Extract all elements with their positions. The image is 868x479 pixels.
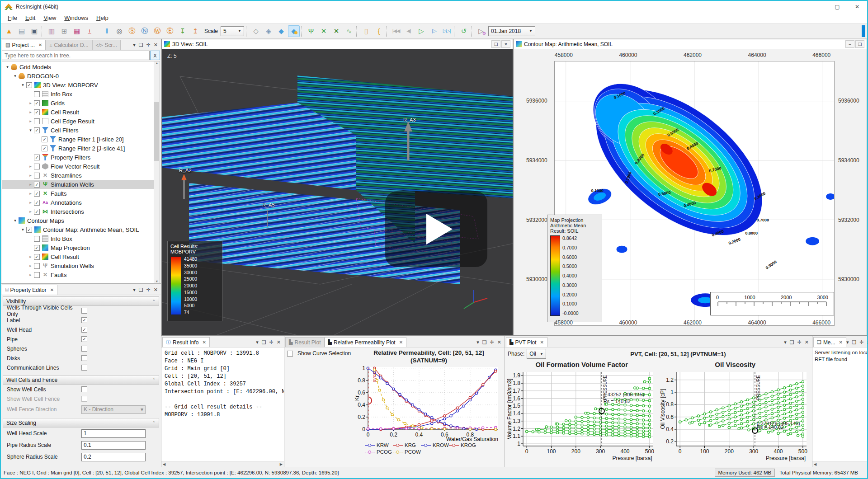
tab-relperm-plot[interactable]: ▙ Relative Permeability Plot ✕ bbox=[325, 337, 407, 347]
legend-entry-pcow[interactable]: PCOW bbox=[393, 449, 421, 455]
minimize-icon[interactable]: – bbox=[845, 40, 854, 48]
input-well-head-scale[interactable]: 1 bbox=[81, 429, 146, 438]
input-sphere-radius-scale[interactable]: 0.2 bbox=[81, 453, 146, 461]
tab-pvt-plot[interactable]: ▙ PVT Plot ✕ bbox=[506, 337, 547, 347]
legend-entry-krg[interactable]: KRG bbox=[393, 442, 421, 448]
anim-step-back-icon[interactable]: ◀| bbox=[403, 25, 415, 37]
checkbox[interactable] bbox=[34, 263, 40, 269]
checkbox[interactable] bbox=[34, 164, 40, 169]
tree-item-faults[interactable]: ▸✕Faults bbox=[2, 270, 154, 279]
checkbox[interactable] bbox=[34, 173, 40, 178]
tree-item-map-projection[interactable]: ✓Map Projection bbox=[2, 243, 154, 252]
menu-view[interactable]: View bbox=[39, 13, 60, 23]
close-button[interactable]: ✕ bbox=[847, 1, 867, 13]
float-window-icon[interactable]: ❑ bbox=[482, 339, 487, 345]
tree-item-contour-maps[interactable]: ▾Contour Maps bbox=[2, 216, 154, 225]
float-window-icon[interactable]: ❑ bbox=[790, 339, 794, 345]
checkbox[interactable] bbox=[81, 365, 87, 371]
expander-icon[interactable]: ▾ bbox=[12, 218, 19, 223]
close-icon[interactable]: ✕ bbox=[805, 339, 809, 345]
checkbox[interactable]: ✓ bbox=[26, 227, 32, 233]
expander-icon[interactable]: ▸ bbox=[27, 164, 34, 169]
float-window-icon[interactable]: ❑ bbox=[262, 339, 266, 345]
menu-edit[interactable]: Edit bbox=[21, 13, 39, 23]
checkbox[interactable] bbox=[81, 355, 87, 361]
maximize-button[interactable]: ▢ bbox=[827, 1, 847, 13]
tree-item-simulation-wells[interactable]: ▸ΨSimulation Wells bbox=[2, 261, 154, 270]
chevron-down-icon[interactable]: ▾ bbox=[133, 287, 136, 293]
tree-item-simulation-wells[interactable]: ▸✓ΨSimulation Wells bbox=[2, 180, 154, 189]
checkbox[interactable]: ✓ bbox=[81, 317, 87, 323]
expander-icon[interactable]: ▸ bbox=[27, 200, 34, 205]
menu-windows[interactable]: Windows bbox=[60, 13, 92, 23]
checkbox[interactable]: ✓ bbox=[42, 146, 47, 151]
tree-item-info-box[interactable]: Info Box bbox=[2, 89, 154, 99]
view3d-viewport[interactable]: Z: 5 Cell Results: MOBPORV 4148035000300… bbox=[162, 49, 513, 335]
tree-item-range-filter-2-j-slice-41[interactable]: ✓Range Filter 2 [J-slice 41] bbox=[2, 144, 154, 153]
tab-project-tree[interactable]: ▤Project ...✕ bbox=[2, 40, 46, 50]
checkbox[interactable]: ✓ bbox=[81, 327, 87, 333]
restore-icon[interactable]: ❑ bbox=[491, 40, 500, 48]
show-well-paths-icon[interactable]: ∿ bbox=[343, 25, 355, 37]
draw-style-mesh-icon[interactable]: ◈ bbox=[263, 25, 274, 37]
draw-style-surface-icon[interactable]: ◆ bbox=[275, 25, 287, 37]
close-icon[interactable]: ✕ bbox=[839, 340, 843, 345]
tree-item-annotations[interactable]: ▸✓AaAnnotations bbox=[2, 198, 154, 207]
checkbox[interactable] bbox=[34, 236, 40, 242]
close-icon[interactable]: ✕ bbox=[501, 40, 510, 48]
restore-icon[interactable]: ❑ bbox=[855, 40, 864, 48]
view-north-icon[interactable]: Ⓝ bbox=[139, 25, 151, 37]
chevron-down-icon[interactable]: ▾ bbox=[476, 339, 479, 345]
show-fault-labels-icon[interactable]: ✕ bbox=[330, 25, 342, 37]
tree-item-drogon-0[interactable]: ▾DROGON-0 bbox=[2, 71, 154, 80]
measure-distance-icon[interactable]: ▯ bbox=[360, 25, 372, 37]
zoom-all-icon[interactable]: ◎ bbox=[113, 25, 125, 37]
checkbox[interactable] bbox=[81, 308, 87, 314]
float-window-icon[interactable]: ❑ bbox=[139, 42, 143, 48]
tree-item-flow-vector-result[interactable]: ▸Flow Vector Result bbox=[2, 162, 154, 171]
expander-icon[interactable]: ▸ bbox=[27, 191, 34, 196]
checkbox[interactable] bbox=[81, 386, 87, 392]
close-icon[interactable]: ✕ bbox=[154, 42, 158, 48]
tab-calculator[interactable]: ±Calculator D... bbox=[46, 40, 92, 50]
menu-help[interactable]: Help bbox=[92, 13, 113, 23]
anim-play-step-icon[interactable]: |▷ bbox=[428, 25, 440, 37]
checkbox[interactable]: ✓ bbox=[81, 336, 87, 342]
tree-item-cell-filters[interactable]: ▾✓Cell Filters bbox=[2, 126, 154, 135]
timestep-select[interactable]: 01.Jan 2018▼ bbox=[488, 26, 535, 36]
contour-titlebar[interactable]: Contour Map: Arithmetic Mean, SOIL – ❑ bbox=[514, 39, 867, 49]
app-logo-icon[interactable]: ▲ bbox=[3, 25, 15, 37]
checkbox[interactable]: ✓ bbox=[34, 200, 40, 206]
legend-entry-krw[interactable]: KRW bbox=[365, 442, 393, 448]
pin-icon[interactable]: ✛ bbox=[797, 339, 802, 345]
phase-select[interactable]: Oil ▼ bbox=[527, 349, 546, 359]
expander-icon[interactable]: ▾ bbox=[19, 227, 26, 232]
tree-item-cell-result[interactable]: ▸✓Cell Result bbox=[2, 252, 154, 261]
tab-result-plot[interactable]: ▙ Result Plot bbox=[285, 337, 325, 347]
close-icon[interactable]: ✕ bbox=[154, 287, 158, 293]
contour-map-viewport[interactable]: 0.10000.30000.60000.80000.20000.10000.10… bbox=[514, 49, 867, 335]
checkbox[interactable] bbox=[34, 118, 40, 124]
anim-play-icon[interactable]: ▷ bbox=[415, 25, 427, 37]
pin-icon[interactable]: ✛ bbox=[146, 287, 151, 293]
view-east-icon[interactable]: Ⓔ bbox=[164, 25, 176, 37]
tree-item-contour-map-arithmetic-mean-soil[interactable]: ▾✓Contour Map: Arithmetic Mean, SOIL bbox=[2, 225, 154, 234]
calculator-icon[interactable]: ± bbox=[84, 25, 95, 37]
close-icon[interactable]: ✕ bbox=[277, 339, 281, 345]
expander-icon[interactable]: ▸ bbox=[27, 182, 34, 187]
view3d-titlebar[interactable]: 3D View: SOIL ❑ ✕ bbox=[162, 39, 513, 49]
expander-icon[interactable]: ▸ bbox=[27, 101, 34, 105]
tree-item-info-box[interactable]: Info Box bbox=[2, 234, 154, 243]
anim-repeat-icon[interactable]: ↺ bbox=[458, 25, 470, 37]
tree-item-3d-view-mobporv[interactable]: ▾✓3D View: MOBPORV bbox=[2, 80, 154, 89]
show-wells-icon[interactable]: Ψ bbox=[305, 25, 317, 37]
save-project-icon[interactable]: ▣ bbox=[28, 25, 40, 37]
expander-icon[interactable]: ▾ bbox=[12, 74, 19, 78]
checkbox[interactable]: ✓ bbox=[34, 209, 40, 215]
checkbox[interactable] bbox=[34, 272, 40, 278]
view-south-icon[interactable]: Ⓢ bbox=[126, 25, 138, 37]
chevron-down-icon[interactable]: ▾ bbox=[133, 42, 136, 48]
draw-style-outline-icon[interactable]: ◇ bbox=[250, 25, 262, 37]
memory-used[interactable]: Memory Used: 462 MB bbox=[715, 469, 775, 477]
chevron-down-icon[interactable]: ▾ bbox=[784, 339, 787, 345]
